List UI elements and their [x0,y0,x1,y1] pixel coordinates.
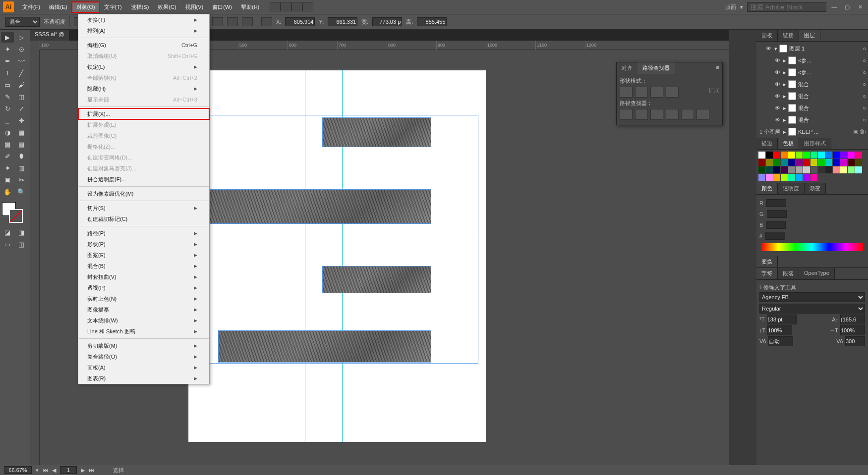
swatch[interactable] [758,166,765,173]
layer-row[interactable]: 👁▸<参...○ [758,54,866,66]
menu-item[interactable]: 锁定(L)▶ [78,61,209,72]
restore-icon[interactable]: ▢ [843,4,851,10]
visibility-icon[interactable]: 👁 [773,105,781,111]
leading-input[interactable] [840,315,865,324]
kerning-input[interactable] [768,336,793,346]
menu-item[interactable]: 切片(S)▶ [78,203,209,213]
menu-item[interactable]: 封套扭曲(V)▶ [78,271,209,282]
menu-object[interactable]: 对象(O) [72,2,100,12]
target-icon[interactable]: ○ [863,57,866,63]
font-style-select[interactable]: Regular [759,304,865,314]
pathfinder-panel[interactable]: 对齐 路径查找器 ≡ 形状模式： 扩展 路径查找器： [616,62,723,125]
swatch[interactable] [803,159,810,166]
last-artboard-icon[interactable]: ⏭ [89,467,94,473]
layers-tab[interactable]: 图层 [799,30,820,41]
expand-icon[interactable]: ▸ [783,57,786,64]
shapebuilder-tool[interactable]: ◑ [1,127,14,138]
delete-layer-icon[interactable]: 🗑 [860,128,865,134]
ref-point-icon[interactable] [261,17,272,26]
brush-tool[interactable]: 🖌 [15,79,28,90]
swatch[interactable] [758,174,765,181]
layer-row[interactable]: 👁▸<参...○ [758,66,866,78]
swatch[interactable] [840,166,847,173]
layer-row[interactable]: 👁▸混合○ [758,90,866,102]
artboard-tool[interactable]: ▣ [1,174,14,185]
free-transform-tool[interactable]: ✥ [15,115,28,126]
menu-item[interactable]: 形状(P)▶ [78,239,209,250]
artboard-num-input[interactable] [60,466,77,474]
swatch[interactable] [810,159,817,166]
swatch[interactable] [773,166,780,173]
line-tool[interactable]: ╱ [15,67,28,78]
h-input[interactable] [417,17,447,26]
transparency-tab[interactable]: 透明度 [778,183,805,194]
menu-file[interactable]: 文件(F) [18,2,45,12]
selection-tool[interactable]: ▶ [1,32,14,43]
swatch[interactable] [825,159,832,166]
swatch[interactable] [825,166,832,173]
workspace-label[interactable]: 版面 [725,3,736,11]
touch-type-icon[interactable]: ⟟ [759,284,761,291]
expand-icon[interactable]: ▸ [783,105,786,111]
target-icon[interactable]: ○ [863,117,866,123]
type-tool[interactable]: T [1,67,14,78]
swatch[interactable] [848,152,855,158]
color-mode-icon[interactable]: ◪ [1,227,14,238]
hand-tool[interactable]: ✋ [1,186,14,197]
swatch[interactable] [788,166,795,173]
arrange-icon[interactable] [291,2,302,11]
close-icon[interactable]: ✕ [856,4,864,10]
color-spectrum[interactable] [761,243,863,251]
character-tab[interactable]: 字符 [756,268,778,279]
font-family-select[interactable]: Agency FB [759,292,865,302]
draw-mode-icon[interactable]: ◫ [15,239,28,250]
menu-item[interactable]: 路径(P)▶ [78,228,209,239]
mesh-tool[interactable]: ▩ [1,139,14,150]
menu-item[interactable]: Line 和 Sketch 图稿▶ [78,326,209,337]
menu-item[interactable]: 图像描摹▶ [78,304,209,315]
expand-icon[interactable]: ▸ [783,117,786,123]
paragraph-tab[interactable]: 段落 [778,268,799,279]
swatch[interactable] [766,159,773,166]
swatch-grid[interactable] [756,150,868,183]
swatch[interactable] [825,152,832,158]
fill-stroke-swatch[interactable] [1,201,24,224]
swatch[interactable] [796,159,803,166]
menu-text[interactable]: 文字(T) [100,2,126,12]
crop-icon[interactable] [666,109,679,120]
intersect-icon[interactable] [650,87,663,98]
pen-tool[interactable]: ✒ [1,55,14,66]
swatch[interactable] [840,152,847,158]
menu-help[interactable]: 帮助(H) [236,2,264,12]
next-artboard-icon[interactable]: ▶ [81,467,85,474]
swatch[interactable] [773,159,780,166]
swatch[interactable] [833,152,840,158]
swatch[interactable] [781,166,788,173]
swatch[interactable] [848,166,855,173]
panel-menu-icon[interactable]: ≡ [713,62,722,74]
b-input[interactable] [766,221,786,229]
swatch[interactable] [766,174,773,181]
swatch[interactable] [788,152,795,158]
swatch[interactable] [788,174,795,181]
menu-item[interactable]: 变换(T)▶ [78,14,209,25]
zoom-tool[interactable]: 🔍 [15,186,28,197]
r-input[interactable] [766,199,786,207]
swatch[interactable] [773,152,780,158]
tracking-input[interactable] [845,336,865,346]
swatch[interactable] [818,166,825,173]
swatch[interactable] [803,152,810,158]
swatch[interactable] [796,174,803,181]
menu-item[interactable]: 隐藏(H)▶ [78,83,209,94]
transform-tab[interactable]: 变换 [756,256,778,267]
distribute-icon[interactable] [242,17,253,26]
gpu-icon[interactable] [302,2,313,11]
links-tab[interactable]: 链接 [778,30,799,41]
g-input[interactable] [767,210,787,218]
outline-icon[interactable] [681,109,694,120]
chevron-down-icon[interactable]: ▾ [36,467,39,474]
swatch[interactable] [773,174,780,181]
layer-row[interactable]: 👁▾图层 1○ [758,43,866,54]
menu-select[interactable]: 选择(S) [126,2,154,12]
blend-mode-select[interactable]: 混合 [5,17,40,27]
